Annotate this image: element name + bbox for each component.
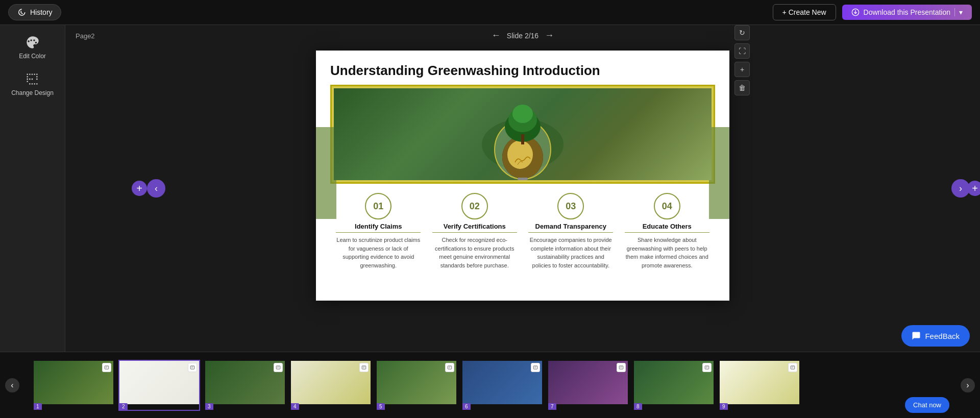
thumb-num: 4: [291, 403, 299, 410]
thumb-inner: [462, 361, 542, 404]
page-label: Page2: [76, 32, 95, 40]
svg-rect-10: [518, 178, 528, 180]
main-layout: Edit Color Change Design Page2 ← Slide 2…: [0, 25, 980, 352]
svg-point-8: [512, 105, 533, 123]
slide-image: [334, 88, 712, 180]
thumb-inner: [548, 361, 628, 404]
edit-color-label: Edit Color: [19, 53, 46, 60]
slide-tools: ↻ ⛶ + 🗑: [734, 25, 750, 95]
delete-tool-button[interactable]: 🗑: [734, 80, 750, 95]
filmstrip-thumbs: 1 2 3 4 5: [33, 360, 800, 411]
filmstrip-thumb[interactable]: 3: [204, 360, 286, 411]
thumb-num: 2: [119, 403, 128, 410]
download-label: Download this Presentation: [864, 8, 950, 16]
svg-rect-18: [276, 365, 280, 368]
sidebar: Edit Color Change Design: [0, 25, 65, 352]
slide-item: 04 Educate Others Share knowledge about …: [625, 193, 709, 269]
svg-rect-12: [105, 365, 109, 368]
slide-wrapper: Understanding Greenwashing Introduction: [316, 25, 729, 301]
item-number: 01: [365, 193, 391, 219]
slide-content: Understanding Greenwashing Introduction: [316, 51, 729, 301]
thumb-inner: [34, 361, 113, 404]
add-left-button[interactable]: +: [132, 181, 147, 196]
item-number: 03: [557, 193, 584, 219]
nav-left-button[interactable]: ‹: [147, 179, 165, 198]
item-desc: Encourage companies to provide complete …: [528, 236, 613, 269]
canvas-area: Page2 ← Slide 2/16 → ‹ › + + Understandi…: [65, 25, 980, 352]
svg-rect-30: [619, 365, 623, 368]
zoom-in-tool-button[interactable]: +: [734, 62, 750, 77]
thumb-badge: [531, 363, 540, 372]
svg-rect-15: [190, 365, 194, 368]
filmstrip-thumb[interactable]: 1: [33, 360, 114, 411]
create-new-label: + Create New: [782, 8, 826, 16]
filmstrip-prev-button[interactable]: ‹: [5, 378, 19, 392]
slide-title: Understanding Greenwashing Introduction: [330, 63, 715, 79]
slide-illustration: [477, 88, 569, 180]
feedback-icon: [912, 331, 921, 340]
thumb-num: 9: [720, 403, 728, 410]
filmstrip-thumb[interactable]: 4: [290, 360, 372, 411]
thumb-num: 3: [205, 403, 213, 410]
filmstrip-thumb[interactable]: 5: [376, 360, 457, 411]
slide-container: Understanding Greenwashing Introduction: [316, 51, 729, 301]
item-title: Demand Transparency: [528, 223, 613, 233]
thumb-num: 8: [634, 403, 642, 410]
top-bar-right: + Create New Download this Presentation …: [773, 4, 972, 20]
thumb-num: 1: [34, 403, 42, 410]
thumb-badge: [359, 363, 369, 372]
svg-point-5: [507, 140, 533, 169]
filmstrip-thumb[interactable]: 8: [633, 360, 715, 411]
chat-now-button[interactable]: Chat now: [905, 397, 949, 413]
item-number: 02: [461, 193, 488, 219]
change-design-item[interactable]: Change Design: [11, 72, 54, 96]
create-new-button[interactable]: + Create New: [773, 4, 836, 20]
green-bar-right: [709, 127, 729, 219]
thumb-inner: [377, 361, 456, 404]
refresh-tool-button[interactable]: ↻: [734, 25, 750, 40]
item-title: Identify Claims: [336, 223, 421, 233]
top-bar: History + Create New Download this Prese…: [0, 0, 980, 25]
filmstrip-thumb[interactable]: 2: [118, 360, 200, 411]
thumb-inner: [119, 361, 199, 404]
history-icon: [17, 8, 26, 17]
slide-item: 02 Verify Certifications Check for recog…: [432, 193, 517, 269]
resize-tool-button[interactable]: ⛶: [734, 43, 750, 59]
slide-item: 03 Demand Transparency Encourage compani…: [528, 193, 613, 269]
filmstrip-thumb[interactable]: 7: [547, 360, 629, 411]
thumb-inner: [205, 361, 285, 404]
thumb-inner: [291, 361, 371, 404]
filmstrip-thumb[interactable]: 9: [719, 360, 800, 411]
item-title: Educate Others: [625, 223, 709, 233]
items-row: 01 Identify Claims Learn to scrutinize p…: [330, 193, 715, 269]
filmstrip-next-button[interactable]: ›: [961, 378, 975, 392]
history-label: History: [30, 8, 53, 16]
design-icon: [25, 72, 39, 86]
svg-rect-36: [791, 365, 795, 368]
download-arrow[interactable]: ▾: [954, 8, 963, 16]
thumb-badge: [702, 363, 712, 372]
feedback-label: FeedBack: [925, 332, 960, 340]
svg-rect-27: [533, 365, 537, 368]
history-button[interactable]: History: [8, 4, 61, 20]
thumb-num: 7: [548, 403, 556, 410]
filmstrip-thumb[interactable]: 6: [461, 360, 543, 411]
thumb-num: 6: [462, 403, 471, 410]
thumb-badge: [102, 363, 111, 372]
thumb-inner: [634, 361, 714, 404]
thumb-badge: [788, 363, 797, 372]
item-desc: Learn to scrutinize product claims for v…: [336, 236, 421, 269]
feedback-button[interactable]: FeedBack: [901, 325, 970, 347]
green-bar-left: [316, 127, 336, 219]
filmstrip: ‹ 1 2 3 4: [0, 352, 980, 418]
download-icon: [851, 8, 860, 16]
add-right-button[interactable]: +: [967, 181, 980, 196]
edit-color-item[interactable]: Edit Color: [19, 35, 46, 60]
download-button[interactable]: Download this Presentation ▾: [842, 5, 972, 20]
thumb-badge: [274, 363, 283, 372]
palette-icon: [26, 35, 40, 50]
thumb-badge: [188, 363, 197, 372]
slide-image-wrapper: [330, 85, 715, 184]
change-design-label: Change Design: [11, 89, 54, 96]
svg-rect-9: [521, 134, 524, 144]
